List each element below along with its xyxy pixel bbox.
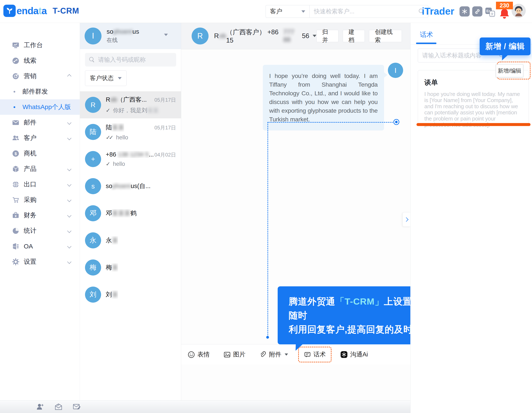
sidebar-item-email-blast[interactable]: 邮件群发 [0,84,80,99]
name-pre: +86 [106,151,118,158]
tab-scripts[interactable]: 话术 [420,30,433,39]
sidebar-item-products[interactable]: 产品 [0,161,80,177]
app-window: endata T-CRM 客户 iTrader [0,0,532,413]
customer-status-filter[interactable]: 客户状态 [85,70,126,86]
name-pre: 陆 [106,124,112,131]
brand-logo[interactable]: endata T-CRM [3,5,79,17]
contact-name: 邓某某某鹤 [106,209,136,218]
scripts-panel: 话术 谈单 I hope you're doing well today. My… [410,23,532,413]
workbench-icon [12,42,19,49]
filter-value: 客户状态 [90,74,114,82]
sidebar-item-label: 统计 [24,226,68,235]
leads-icon [12,57,19,64]
callout-pre: 腾道外贸通 [289,296,335,306]
link-icon[interactable] [472,6,482,17]
sidebar-item-label: OA [24,243,68,250]
msg-blurred: 某某 [147,107,159,113]
search-icon [89,57,95,63]
sidebar-item-procurement[interactable]: 采购 [0,192,80,208]
app-title: T-CRM [53,6,79,16]
name-pre: 梅 [106,264,112,271]
create-record-button[interactable]: 建档 [343,30,365,42]
sidebar-item-statistics[interactable]: 统计 [0,223,80,239]
conversation-item[interactable]: 梅 梅某 [80,254,181,281]
sidebar-item-marketing[interactable]: 营销 [0,68,80,84]
annotation-ring-marker [393,119,399,125]
sidebar-item-customers[interactable]: 客户 [0,130,80,146]
translate-icon[interactable]: En 文 [485,7,495,17]
attachment-button[interactable]: 附件 [259,350,288,359]
compose-mail-icon[interactable] [72,402,81,412]
image-button[interactable]: 图片 [224,350,246,359]
conversation-item[interactable]: 刘 刘某 [80,281,181,308]
callout-brand: 「T-CRM」 [335,296,384,306]
sidebar-item-export[interactable]: 出口 [0,177,80,192]
chevron-down-icon [67,198,71,202]
gear-icon [12,258,19,266]
message-sender-avatar: I [388,63,403,78]
sidebar-item-label: 出口 [24,180,68,189]
attachment-label: 附件 [269,350,281,359]
conversation-item[interactable]: s sophoenius(自... [80,173,181,200]
search-category-select[interactable]: 客户 [266,5,309,18]
itrader-link[interactable]: iTrader [422,6,454,17]
sidebar-item-label: 设置 [24,257,68,266]
chevron-down-icon [67,213,71,218]
gpt-assistant-icon[interactable] [459,6,470,17]
chevron-down-icon[interactable] [313,35,316,37]
sidebar-item-label: 产品 [24,165,68,173]
sidebar-item-label: 客户 [24,134,68,142]
sidebar-item-oa[interactable]: OA OA [0,239,80,254]
conversation-item[interactable]: R Rob（广西客... 05月17日 ✓ 你好，我是刘某某 [80,91,181,118]
add-edit-script-button[interactable]: 新增/编辑 [496,64,523,77]
opportunity-icon: $ [12,150,19,157]
sidebar-item-whatsapp-personal[interactable]: WhatsApp个人版 [0,99,80,115]
conversation-item[interactable]: + +86 138 1234 5... 04月02日 ✓ hello [80,146,181,173]
panel-collapse-toggle[interactable] [402,212,410,227]
contact-phone-blurred: 777 88 [283,28,302,44]
sidebar-item-mail[interactable]: 邮件 [0,115,80,130]
conversation-date: 05月17日 [154,97,176,103]
tendata-logo-icon [3,5,16,17]
conversation-date: 04月02日 [154,151,176,158]
sidebar-item-label: 工作台 [24,41,80,50]
contact-search-input[interactable] [98,56,175,63]
sidebar-item-leads[interactable]: 线索 [0,53,80,68]
merge-button[interactable]: 归并 [316,30,339,42]
smiley-icon [188,351,195,358]
conversation-item[interactable]: 邓 邓某某某鹤 [80,200,181,227]
chevron-down-icon[interactable] [164,34,168,36]
contact-pre: R [214,32,219,40]
emoji-button[interactable]: 表情 [188,350,210,359]
name-blurred: phoeni [112,183,131,189]
sidebar-item-finance[interactable]: ¥ 财务 [0,208,80,223]
name-blurred: ob [110,96,117,103]
name-pre: so [106,183,112,189]
name-pre: R [106,96,110,103]
chevron-up-icon [67,74,71,78]
svg-text:OA: OA [13,246,16,248]
search-input[interactable] [314,8,419,15]
inbox-icon[interactable] [54,402,63,412]
script-button-highlight: 话术 [298,347,332,362]
sidebar-item-settings[interactable]: 设置 [0,254,80,269]
last-message: hello [113,161,125,167]
logo-text-accent: t [38,5,41,16]
sidebar-item-workbench[interactable]: 工作台 [0,37,80,53]
account-header[interactable]: I sophoenius 在线 [80,23,181,49]
user-avatar[interactable] [512,4,526,18]
chat-header: R Rob（广西客户） +86 15777 8856 归并 建档 创建线索 [181,23,410,49]
sidebar-item-label: WhatsApp个人版 [22,103,80,111]
script-card-body: I hope you're doing well today. My name … [424,91,522,128]
conversation-item[interactable]: 陆 陆某某 05月17日 ✓✓ hello [80,118,181,146]
add-contact-icon[interactable] [36,402,45,412]
name-blurred: 某 [112,237,118,244]
conversation-item[interactable]: 永 永某 [80,227,181,254]
sidebar-item-opportunities[interactable]: $ 商机 [0,146,80,161]
create-lead-button[interactable]: 创建线索 [369,30,402,42]
top-header: endata T-CRM 客户 iTrader [0,0,532,23]
bell-icon[interactable] [499,8,510,21]
ai-chat-button[interactable]: 沟通Ai [340,350,368,359]
script-button[interactable]: 话术 [304,350,326,359]
contact-name: 永某 [106,236,118,245]
